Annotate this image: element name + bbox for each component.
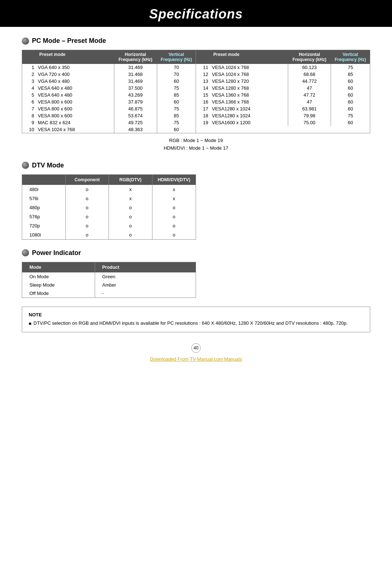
- dtv-row-hdmi: o: [152, 230, 196, 239]
- power-indicator-title-text: Power Indicator: [32, 249, 81, 257]
- pc-row-preset-right: VESA 1366 x 768: [211, 98, 288, 105]
- pc-row-vfreq-left: 60: [157, 98, 196, 105]
- pc-row-preset-right: VESA 1360 x 768: [211, 92, 288, 98]
- pc-table-header-preset-right: Preset mode: [211, 50, 288, 64]
- pc-row-hfreq-right: 68.68: [288, 71, 331, 78]
- pc-row-preset-left: VESA 640 x 480: [36, 92, 114, 98]
- pc-row-hfreq-left: 37.500: [114, 85, 157, 92]
- pc-row-num-right: 11: [196, 64, 211, 71]
- pc-row-vfreq-left: 75: [157, 105, 196, 112]
- pc-row-num-right: 17: [196, 105, 211, 112]
- pc-row-hfreq-left: 48.363: [114, 126, 157, 133]
- section-bullet-power: [22, 249, 29, 256]
- pc-row-hfreq-right: 47: [288, 98, 331, 105]
- pc-table-row: 1 VGA 640 x 350 31.469 70 11 VESA 1024 x…: [22, 64, 370, 71]
- pc-mode-title-text: PC Mode – Preset Mode: [32, 37, 106, 45]
- pc-row-vfreq-right: 85: [331, 71, 370, 78]
- pc-row-num-right: 15: [196, 92, 211, 98]
- pc-row-num-left: 10: [22, 126, 37, 133]
- page-footer: 40: [22, 343, 370, 356]
- dtv-header-rgb: RGB(DTV): [109, 175, 152, 185]
- power-table-row: Off Mode -: [22, 289, 196, 297]
- note-title: NOTE: [29, 312, 363, 317]
- page-number: 40: [191, 343, 201, 353]
- pc-row-vfreq-left: 85: [157, 112, 196, 119]
- pc-row-preset-left: VGA 640 x 480: [36, 78, 114, 85]
- pc-row-vfreq-right: 60: [331, 85, 370, 92]
- power-row-mode: Sleep Mode: [22, 281, 95, 289]
- pc-row-preset-left: VESA 800 x 600: [36, 112, 114, 119]
- power-row-product: Amber: [95, 281, 196, 289]
- dtv-row-component: o: [65, 221, 109, 230]
- pc-row-preset-right: VESA 1280 x 720: [211, 78, 288, 85]
- pc-row-num-left: 1: [22, 64, 37, 71]
- dtv-row-hdmi: o: [152, 212, 196, 221]
- dtv-row-component: o: [65, 230, 109, 239]
- rgb-note-text: RGB : Mode 1 ~ Mode 19: [22, 137, 370, 145]
- pc-row-preset-left: VESA 800 x 600: [36, 98, 114, 105]
- pc-row-hfreq-left: 31.468: [114, 71, 157, 78]
- pc-row-num-right: 12: [196, 71, 211, 78]
- pc-row-num-left: 4: [22, 85, 37, 92]
- power-header-mode: Mode: [22, 262, 95, 272]
- dtv-table-row: 576p o o o: [22, 212, 196, 221]
- pc-table-header-hfreq-left: Horizontal Frequency (kHz): [114, 50, 157, 64]
- pc-row-hfreq-left: 37.879: [114, 98, 157, 105]
- power-indicator-section-title: Power Indicator: [22, 249, 370, 257]
- pc-row-preset-right: VESA 1024 x 768: [211, 71, 288, 78]
- pc-row-vfreq-right: 75: [331, 64, 370, 71]
- dtv-row-rgb: o: [109, 230, 152, 239]
- pc-table-row: 4 VESA 640 x 480 37.500 75 14 VESA 1280 …: [22, 85, 370, 92]
- pc-row-preset-left: VESA 800 x 600: [36, 105, 114, 112]
- pc-row-hfreq-right: 75.00: [288, 119, 331, 126]
- dtv-row-rgb: x: [109, 194, 152, 203]
- pc-table-row: 6 VESA 800 x 600 37.879 60 16 VESA 1366 …: [22, 98, 370, 105]
- pc-row-num-left: 2: [22, 71, 37, 78]
- power-table-row: Sleep Mode Amber: [22, 281, 196, 289]
- pc-row-vfreq-left: 70: [157, 64, 196, 71]
- pc-row-preset-left: MAC 832 x 624: [36, 119, 114, 126]
- pc-row-preset-right: VESA 1024 x 768: [211, 64, 288, 71]
- dtv-row-component: o: [65, 203, 109, 212]
- pc-row-preset-left: VGA 720 x 400: [36, 71, 114, 78]
- pc-row-vfreq-left: 75: [157, 119, 196, 126]
- dtv-table-row: 1080i o o o: [22, 230, 196, 239]
- pc-row-hfreq-left: 49.725: [114, 119, 157, 126]
- dtv-row-component: o: [65, 185, 109, 194]
- dtv-row-rgb: x: [109, 185, 152, 194]
- pc-row-num-left: 8: [22, 112, 37, 119]
- pc-mode-section-title: PC Mode – Preset Mode: [22, 37, 370, 45]
- pc-table-row: 9 MAC 832 x 624 49.725 75 19 VESA1600 x …: [22, 119, 370, 126]
- pc-row-num-left: 3: [22, 78, 37, 85]
- pc-row-num-left: 7: [22, 105, 37, 112]
- dtv-header-component: Component: [65, 175, 109, 185]
- section-bullet-pc: [22, 37, 29, 45]
- power-row-product: -: [95, 289, 196, 297]
- pc-row-vfreq-left: 60: [157, 126, 196, 133]
- pc-row-num-right: 18: [196, 112, 211, 119]
- download-link[interactable]: Downloaded From TV-Manual.com Manuals: [22, 356, 370, 362]
- pc-row-hfreq-left: 43.269: [114, 92, 157, 98]
- pc-row-num-right: 13: [196, 78, 211, 85]
- pc-row-num-right: 16: [196, 98, 211, 105]
- dtv-table-row: 720p o o o: [22, 221, 196, 230]
- pc-row-vfreq-left: 75: [157, 85, 196, 92]
- dtv-row-rgb: o: [109, 212, 152, 221]
- pc-row-preset-right: VESA 1280 x 768: [211, 85, 288, 92]
- dtv-mode-table: Component RGB(DTV) HDMI/DVI(DTV) 480i o …: [22, 175, 196, 239]
- dtv-row-mode: 576i: [22, 194, 65, 203]
- power-row-mode: On Mode: [22, 272, 95, 281]
- note-item: ■DTV/PC selection on RGB and HDMI/DVI in…: [29, 320, 363, 327]
- title-text: Specifications: [149, 7, 243, 21]
- pc-row-preset-left: VGA 640 x 350: [36, 64, 114, 71]
- pc-table-row: 8 VESA 800 x 600 53.674 85 18 VESA1280 x…: [22, 112, 370, 119]
- dtv-row-mode: 720p: [22, 221, 65, 230]
- pc-row-preset-left: VESA 640 x 480: [36, 85, 114, 92]
- dtv-table-row: 576i o x x: [22, 194, 196, 203]
- pc-row-num-right: 19: [196, 119, 211, 126]
- pc-row-num-right: 14: [196, 85, 211, 92]
- dtv-table-row: 480i o x x: [22, 185, 196, 194]
- pc-row-num-left: 6: [22, 98, 37, 105]
- dtv-row-hdmi: o: [152, 221, 196, 230]
- pc-row-vfreq-left: 85: [157, 92, 196, 98]
